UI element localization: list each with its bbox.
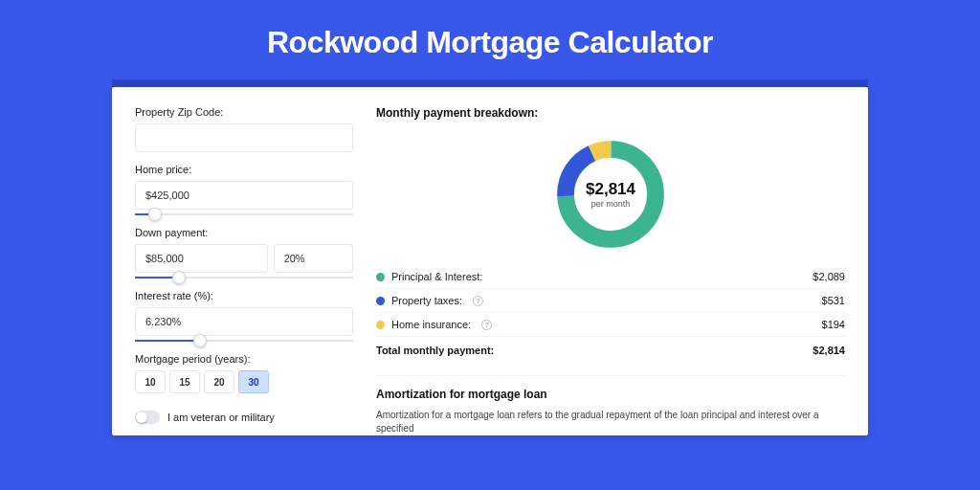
- legend-dot: [376, 273, 385, 281]
- amortization-text: Amortization for a mortgage loan refers …: [376, 409, 845, 435]
- home-price-label: Home price:: [135, 164, 353, 175]
- total-value: $2,814: [813, 345, 845, 356]
- amortization-section: Amortization for mortgage loan Amortizat…: [376, 375, 845, 435]
- mortgage-period-label: Mortgage period (years):: [135, 353, 353, 365]
- veteran-toggle[interactable]: [135, 411, 160, 424]
- legend-row: Principal & Interest:$2,089: [376, 265, 845, 288]
- home-price-slider[interactable]: [135, 213, 353, 215]
- slider-thumb[interactable]: [172, 271, 186, 284]
- breakdown-legend: Principal & Interest:$2,089Property taxe…: [376, 265, 845, 336]
- period-button-15[interactable]: 15: [169, 370, 200, 393]
- legend-value: $2,089: [813, 271, 845, 282]
- interest-rate-slider[interactable]: [135, 340, 353, 342]
- calculator-card: Property Zip Code: Home price: Down paym…: [112, 87, 868, 435]
- down-payment-pct-input[interactable]: [274, 244, 353, 273]
- period-button-20[interactable]: 20: [204, 370, 234, 393]
- slider-thumb[interactable]: [193, 334, 207, 347]
- zip-label: Property Zip Code:: [135, 106, 353, 118]
- interest-rate-label: Interest rate (%):: [135, 290, 353, 301]
- period-button-30[interactable]: 30: [238, 370, 269, 393]
- donut-center-sub: per month: [591, 199, 631, 209]
- toggle-knob: [136, 412, 147, 423]
- legend-label: Home insurance:: [391, 319, 471, 330]
- legend-dot: [376, 297, 385, 305]
- total-row: Total monthly payment: $2,814: [376, 336, 845, 362]
- legend-value: $531: [822, 295, 845, 306]
- interest-rate-input[interactable]: [135, 307, 353, 336]
- home-price-input[interactable]: [135, 181, 353, 210]
- donut-chart: $2,814 per month: [551, 135, 670, 254]
- donut-center-amount: $2,814: [586, 180, 635, 199]
- breakdown-title: Monthly payment breakdown:: [376, 106, 845, 120]
- down-payment-label: Down payment:: [135, 227, 353, 238]
- veteran-label: I am veteran or military: [167, 412, 275, 423]
- breakdown-column: Monthly payment breakdown: $2,814 per mo…: [372, 106, 868, 435]
- info-icon[interactable]: ?: [473, 296, 483, 306]
- total-label: Total monthly payment:: [376, 345, 494, 356]
- down-payment-input[interactable]: [135, 244, 268, 273]
- page-title: Rockwood Mortgage Calculator: [0, 0, 980, 79]
- legend-value: $194: [822, 319, 845, 330]
- amortization-title: Amortization for mortgage loan: [376, 388, 845, 401]
- legend-label: Property taxes:: [391, 295, 462, 306]
- legend-row: Property taxes:?$531: [376, 288, 845, 312]
- legend-row: Home insurance:?$194: [376, 312, 845, 336]
- mortgage-period-toggle: 10152030: [135, 370, 353, 393]
- slider-thumb[interactable]: [148, 208, 162, 221]
- card-top-shadow: [112, 79, 868, 87]
- legend-label: Principal & Interest:: [391, 271, 482, 282]
- zip-input[interactable]: [135, 123, 353, 152]
- form-column: Property Zip Code: Home price: Down paym…: [112, 106, 372, 435]
- period-button-10[interactable]: 10: [135, 370, 166, 393]
- donut-chart-wrap: $2,814 per month: [376, 131, 845, 265]
- info-icon[interactable]: ?: [481, 320, 492, 330]
- legend-dot: [376, 321, 385, 329]
- down-payment-slider[interactable]: [135, 277, 353, 278]
